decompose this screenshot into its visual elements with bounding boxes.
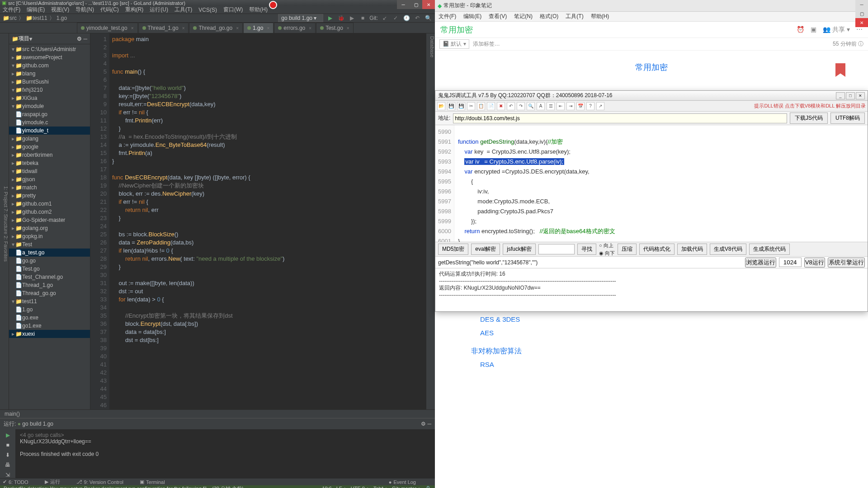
crumb-2[interactable]: 1.go bbox=[57, 15, 67, 21]
run-config-select[interactable]: go build 1.go ▾ bbox=[278, 14, 323, 22]
eval-button[interactable]: eval解密 bbox=[471, 244, 500, 255]
find-button[interactable]: 寻找 bbox=[577, 244, 596, 255]
run-output[interactable]: <4 go setup calls> KNugLrX23UddgQtrr+llo… bbox=[15, 429, 435, 478]
encoding[interactable]: UTF-8 ÷ bbox=[351, 486, 369, 488]
save-icon[interactable]: 💾 bbox=[447, 102, 455, 110]
right-tool-rail[interactable]: Database bbox=[426, 33, 435, 409]
compress-button[interactable]: 压缩 bbox=[618, 244, 637, 255]
md5-button[interactable]: MD5加密 bbox=[438, 244, 468, 255]
menu-tools[interactable]: 工具(T) bbox=[566, 13, 583, 20]
tree-file[interactable]: 📄 a_test.go bbox=[9, 249, 90, 257]
crumb-0[interactable]: src bbox=[9, 15, 17, 21]
run-tab[interactable]: ▶ 运行 bbox=[45, 479, 68, 485]
todo-tab[interactable]: ✔ 6: TODO bbox=[3, 479, 37, 485]
print-icon[interactable]: 🖶 bbox=[5, 462, 10, 468]
format-button[interactable]: 代码格式化 bbox=[639, 244, 675, 255]
menu-vcs[interactable]: VCS(S) bbox=[198, 7, 217, 13]
dir-up-radio[interactable]: ○ 向上 bbox=[599, 242, 615, 249]
utf8-decode-button[interactable]: UTF8解码 bbox=[830, 113, 865, 124]
tree-folder[interactable]: ▾📁 github.com bbox=[9, 61, 90, 70]
popup-icon[interactable]: ↗ bbox=[596, 102, 604, 110]
expression-text[interactable]: getDesString("hello world","12345678",""… bbox=[438, 259, 742, 266]
menu-code[interactable]: 代码(C) bbox=[100, 6, 119, 14]
run-icon[interactable]: ▶ bbox=[326, 14, 334, 22]
jsfuck-button[interactable]: jsfuck解密 bbox=[503, 244, 536, 255]
hide-icon[interactable]: ─ bbox=[427, 421, 431, 427]
dll-warning[interactable]: 提示DLL错误 点击下载V8模块和DLL 解压放同目录 bbox=[754, 103, 866, 109]
tab-5[interactable]: Test.go× bbox=[316, 23, 354, 33]
browser-run-button[interactable]: 浏览器运行 bbox=[745, 258, 776, 267]
tree-folder[interactable]: ▸📁 tebeka bbox=[9, 159, 90, 167]
caret-pos[interactable]: 18:6 bbox=[322, 486, 331, 488]
indent[interactable]: Tab* ÷ bbox=[373, 486, 387, 488]
menu-nav[interactable]: 导航(N) bbox=[75, 6, 94, 14]
minimize-button[interactable]: ─ bbox=[855, 0, 868, 9]
menu-tools[interactable]: 工具(T) bbox=[175, 6, 192, 14]
tree-file[interactable]: 📄 go.go bbox=[9, 257, 90, 265]
address-input[interactable] bbox=[453, 113, 787, 123]
close-button[interactable]: ✕ bbox=[856, 92, 865, 99]
present-icon[interactable]: ▣ bbox=[811, 26, 816, 34]
commit-icon[interactable]: ✓ bbox=[392, 14, 400, 22]
rerun-icon[interactable]: ▶ bbox=[6, 432, 10, 438]
run-tool-window[interactable]: 运行: ● go build 1.go ⚙ ─ ▶ ■ ⬇ 🖶 ⇲ <4 go … bbox=[0, 418, 435, 478]
engine-run-button[interactable]: 系统引擎运行 bbox=[828, 258, 865, 267]
tab-2[interactable]: Thread_go.go× bbox=[189, 23, 243, 33]
tree-file[interactable]: 📄 1.go bbox=[9, 305, 90, 314]
dbg-output[interactable]: 代码运算成功!!执行时间: 16 -----------------------… bbox=[435, 268, 868, 311]
project-header[interactable]: 📁 项目 ▾⚙ ─ bbox=[9, 33, 90, 44]
tree-folder[interactable]: ▸📁 golang bbox=[9, 135, 90, 143]
size-input[interactable] bbox=[779, 258, 802, 267]
tree-folder[interactable]: ▸📁 Go-Spider-master bbox=[9, 216, 90, 224]
tab-3[interactable]: 1.go× bbox=[243, 23, 274, 33]
git-branch[interactable]: Git: master ÷ bbox=[392, 486, 420, 488]
tree-file[interactable]: 📄 go.exe bbox=[9, 314, 90, 322]
tree-folder[interactable]: ▸📁 robertkrimen bbox=[9, 151, 90, 159]
tree-file[interactable]: 📄 raspapi.go bbox=[9, 110, 90, 118]
search-icon[interactable]: 🔍 bbox=[424, 14, 432, 22]
tree-file[interactable]: 📄 Test.go bbox=[9, 265, 90, 273]
close-button[interactable]: ✕ bbox=[855, 18, 868, 27]
download-button[interactable]: 下载JS代码 bbox=[790, 113, 828, 124]
history-icon[interactable]: 🕘 bbox=[402, 14, 410, 22]
project-tree[interactable]: ▾📁 src C:\Users\Administr▸📁 awesomeProje… bbox=[9, 44, 90, 339]
tree-folder[interactable]: ▸📁 pretty bbox=[9, 192, 90, 200]
tree-folder[interactable]: ▸📁 gjson bbox=[9, 175, 90, 183]
close-tab-icon[interactable]: × bbox=[347, 26, 349, 31]
js-debugger-window[interactable]: 鬼鬼JS调试工具 v7.5 By QQ:120220707 QQ群：240050… bbox=[435, 90, 868, 312]
tree-folder[interactable]: ▸📁 github.com1 bbox=[9, 200, 90, 208]
stop-icon[interactable]: ■ bbox=[359, 14, 367, 22]
dir-down-radio[interactable]: ◉ 向下 bbox=[599, 250, 615, 257]
tree-file[interactable]: 📄 Thread_1.go bbox=[9, 281, 90, 289]
v8-run-button[interactable]: V8运行 bbox=[804, 258, 825, 267]
menu-file[interactable]: 文件(F) bbox=[3, 6, 20, 14]
list-icon[interactable]: ☰ bbox=[547, 102, 555, 110]
help-icon[interactable]: ? bbox=[586, 102, 594, 110]
maximize-button[interactable]: ▢ bbox=[410, 0, 422, 9]
code-editor[interactable]: 1234567891011121314151617181920212223242… bbox=[90, 33, 426, 409]
tree-folder[interactable]: ▸📁 match bbox=[9, 183, 90, 192]
coverage-icon[interactable]: ▶ bbox=[348, 14, 356, 22]
tree-folder[interactable]: ▸📁 golang.org bbox=[9, 224, 90, 232]
vcs-tab[interactable]: ⎇ 9: Version Control bbox=[76, 479, 132, 485]
menu-view[interactable]: 视图(V) bbox=[51, 6, 69, 14]
calendar-icon[interactable]: 📅 bbox=[576, 102, 585, 110]
tree-folder[interactable]: ▾📁 tidwall bbox=[9, 167, 90, 175]
delete-icon[interactable]: ✖ bbox=[497, 102, 505, 110]
tree-file[interactable]: 📄 go1.exe bbox=[9, 322, 90, 330]
ev-title-bar[interactable]: ◆ 常用加密 - 印象笔记 ─ ▢ ✕ bbox=[435, 0, 868, 12]
tree-folder[interactable]: ▸📁 blang bbox=[9, 70, 90, 78]
menu-refactor[interactable]: 重构(R) bbox=[125, 6, 144, 14]
menu-note[interactable]: 笔记(N) bbox=[514, 13, 533, 20]
eventlog-tab[interactable]: ● Event Log bbox=[389, 479, 424, 485]
stop-icon[interactable]: ■ bbox=[6, 442, 9, 448]
menu-view[interactable]: 查看(V) bbox=[489, 13, 507, 20]
cut-icon[interactable]: ✂ bbox=[467, 102, 475, 110]
line-sep[interactable]: LF ÷ bbox=[336, 486, 346, 488]
title-bar[interactable]: ▣ src [C:\Users\Administrator\go\src] - … bbox=[0, 0, 435, 6]
notebook-select[interactable]: 📓 默认 ▾ bbox=[439, 39, 469, 49]
close-tab-icon[interactable]: × bbox=[182, 26, 185, 31]
indent-icon[interactable]: ⇥ bbox=[566, 102, 575, 110]
tree-folder[interactable]: ▸📁 xuexi bbox=[9, 330, 90, 338]
add-tag-input[interactable]: 添加标签… bbox=[473, 40, 500, 48]
